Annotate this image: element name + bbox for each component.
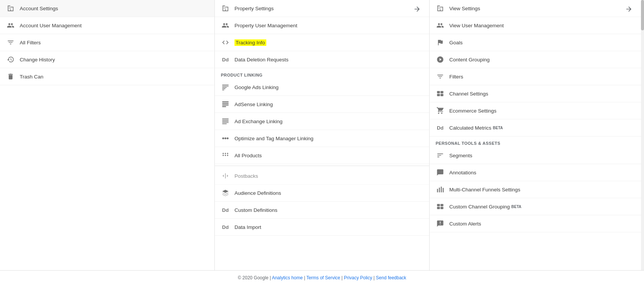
adexchange-icon: [221, 117, 230, 126]
content-grouping-item[interactable]: Content Grouping: [430, 51, 644, 68]
view-filters-item[interactable]: Filters: [430, 68, 644, 85]
all-filters-item[interactable]: All Filters: [0, 34, 214, 51]
analytics-home-link[interactable]: Analytics home: [272, 275, 303, 280]
svg-rect-20: [222, 122, 229, 123]
products-icon: [221, 151, 230, 160]
custom-channel-label: Custom Channel GroupingBETA: [449, 204, 521, 210]
property-user-management-item[interactable]: Property User Management: [215, 17, 429, 34]
send-feedback-link[interactable]: Send feedback: [376, 275, 406, 280]
ecommerce-settings-item[interactable]: Ecommerce Settings: [430, 102, 644, 119]
svg-rect-7: [225, 8, 226, 9]
svg-rect-36: [441, 91, 444, 93]
terms-of-service-link[interactable]: Terms of Service: [306, 275, 340, 280]
view-settings-icon: [436, 4, 445, 13]
property-people-icon: [221, 21, 230, 30]
product-linking-header: PRODUCT LINKING: [215, 68, 429, 79]
account-column: Account Settings Account User Management…: [0, 0, 215, 270]
scrollbar-track[interactable]: [641, 0, 644, 270]
custom-channel-icon: [436, 202, 445, 211]
optimize-label: Optimize and Tag Manager Linking: [234, 136, 313, 141]
scrollbar-thumb[interactable]: [641, 0, 644, 30]
svg-point-23: [225, 138, 227, 139]
svg-rect-14: [222, 103, 229, 104]
ad-exchange-item[interactable]: Ad Exchange Linking: [215, 113, 429, 130]
svg-point-26: [225, 153, 226, 154]
view-user-management-label: View User Management: [449, 23, 504, 28]
custom-definitions-item[interactable]: Dd Custom Definitions: [215, 202, 429, 219]
optimize-item[interactable]: Optimize and Tag Manager Linking: [215, 130, 429, 147]
data-deletion-item[interactable]: Dd Data Deletion Requests: [215, 51, 429, 68]
all-products-item[interactable]: All Products: [215, 147, 429, 164]
property-nav-icon[interactable]: [411, 3, 423, 15]
adsense-linking-item[interactable]: AdSense Linking: [215, 96, 429, 113]
view-nav-icon[interactable]: [623, 3, 635, 15]
account-settings-item[interactable]: Account Settings: [0, 0, 214, 17]
dd-icon-import: Dd: [221, 222, 230, 232]
svg-rect-40: [439, 188, 440, 193]
account-settings-label: Account Settings: [20, 6, 58, 11]
svg-rect-33: [439, 8, 439, 9]
segments-label: Segments: [449, 153, 472, 158]
data-import-label: Data Import: [234, 224, 261, 230]
privacy-policy-link[interactable]: Privacy Policy: [344, 275, 372, 280]
svg-rect-41: [441, 187, 442, 193]
svg-rect-46: [441, 207, 444, 209]
optimize-icon: [221, 134, 230, 143]
custom-alerts-label: Custom Alerts: [449, 221, 481, 227]
data-import-item[interactable]: Dd Data Import: [215, 219, 429, 236]
personal-tools-header: PERSONAL TOOLS & ASSETS: [430, 136, 644, 147]
google-ads-linking-item[interactable]: Google Ads Linking: [215, 79, 429, 96]
svg-rect-18: [222, 120, 229, 121]
postbacks-item[interactable]: Postbacks: [215, 168, 429, 185]
svg-rect-4: [224, 7, 225, 8]
building-icon: [6, 4, 15, 13]
adsense-icon: [221, 100, 230, 109]
calculated-metrics-item[interactable]: Dd Calculated MetricsBETA: [430, 119, 644, 136]
multi-channel-item[interactable]: Multi-Channel Funnels Settings: [430, 181, 644, 198]
svg-rect-5: [225, 7, 226, 8]
svg-rect-44: [441, 204, 444, 206]
svg-rect-42: [443, 188, 444, 193]
svg-rect-31: [439, 7, 439, 8]
svg-rect-6: [224, 8, 225, 9]
account-user-management-label: Account User Management: [20, 23, 82, 28]
view-people-icon: [436, 21, 445, 30]
dd-icon-calc: Dd: [436, 123, 445, 132]
channel-settings-item[interactable]: Channel Settings: [430, 85, 644, 102]
svg-rect-38: [441, 94, 444, 96]
tracking-info-label: Tracking Info: [234, 39, 266, 46]
svg-point-24: [227, 138, 228, 139]
svg-rect-19: [222, 121, 229, 122]
segments-item[interactable]: Segments: [430, 147, 644, 164]
goals-item[interactable]: Goals: [430, 34, 644, 51]
svg-point-22: [222, 138, 224, 139]
all-filters-label: All Filters: [20, 40, 41, 45]
account-user-management-item[interactable]: Account User Management: [0, 17, 214, 34]
audience-definitions-item[interactable]: Audience Definitions: [215, 185, 429, 202]
ad-exchange-label: Ad Exchange Linking: [234, 119, 283, 124]
svg-rect-45: [437, 207, 440, 209]
channel-icon: [436, 89, 445, 98]
svg-rect-13: [222, 102, 229, 103]
property-settings-item[interactable]: Property Settings: [215, 0, 429, 17]
view-filter-icon: [436, 72, 445, 81]
view-user-management-item[interactable]: View User Management: [430, 17, 644, 34]
tracking-info-item[interactable]: Tracking Info: [215, 34, 429, 51]
svg-rect-12: [222, 90, 224, 91]
view-column: View Settings View User Management Goals…: [430, 0, 644, 270]
svg-rect-43: [437, 204, 440, 206]
audience-definitions-label: Audience Definitions: [234, 190, 281, 196]
custom-alerts-item[interactable]: Custom Alerts: [430, 215, 644, 232]
trash-can-item[interactable]: Trash Can: [0, 68, 214, 85]
calculated-metrics-beta: BETA: [493, 126, 503, 130]
view-settings-item[interactable]: View Settings: [430, 0, 644, 17]
annotations-label: Annotations: [449, 170, 476, 175]
footer-copyright: © 2020 Google: [238, 275, 269, 280]
custom-channel-grouping-item[interactable]: Custom Channel GroupingBETA: [430, 198, 644, 215]
annotations-item[interactable]: Annotations: [430, 164, 644, 181]
all-products-label: All Products: [234, 153, 262, 158]
property-settings-icon: [221, 4, 230, 13]
change-history-item[interactable]: Change History: [0, 51, 214, 68]
change-history-label: Change History: [20, 57, 55, 63]
goals-label: Goals: [449, 40, 463, 45]
